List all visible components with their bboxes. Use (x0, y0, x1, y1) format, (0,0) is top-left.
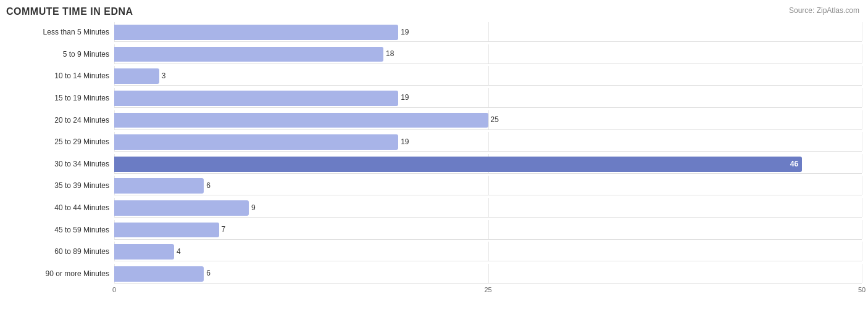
bar-row: 25 to 29 Minutes19 (6, 132, 862, 152)
x-axis-tick: 0 (112, 286, 116, 293)
bar-fill (114, 134, 398, 150)
x-axis-tick: 50 (858, 286, 866, 293)
bar-label: 5 to 9 Minutes (6, 50, 114, 59)
grid-line (862, 110, 862, 129)
bar-row: 45 to 59 Minutes7 (6, 220, 862, 240)
bar-label: Less than 5 Minutes (6, 28, 114, 36)
bar-fill (114, 200, 249, 216)
bar-fill (114, 47, 383, 62)
grid-line (862, 44, 862, 63)
bar-label: 20 to 24 Minutes (6, 116, 114, 125)
source-label: Source: ZipAtlas.com (789, 6, 859, 15)
grid-line (488, 132, 489, 151)
bar-row: 30 to 34 Minutes46 (6, 154, 862, 174)
grid-line (488, 22, 489, 41)
grid-line (488, 242, 489, 261)
bar-row: 60 to 89 Minutes4 (6, 242, 862, 261)
grid-line (862, 198, 862, 217)
bar-row: 35 to 39 Minutes6 (6, 176, 862, 195)
grid-line (488, 110, 489, 129)
bar-value: 6 (206, 181, 211, 190)
grid-line (488, 220, 489, 239)
grid-line (862, 66, 862, 85)
grid-line (862, 132, 862, 151)
bar-fill (114, 244, 174, 260)
bar-row: 10 to 14 Minutes3 (6, 66, 862, 86)
grid-line (488, 176, 489, 195)
bar-row: 15 to 19 Minutes19 (6, 88, 862, 108)
x-axis-tick: 25 (484, 286, 491, 293)
bar-fill (114, 91, 398, 106)
bars-section: Less than 5 Minutes195 to 9 Minutes1810 … (6, 22, 862, 284)
bar-label: 15 to 19 Minutes (6, 94, 114, 102)
bar-label: 30 to 34 Minutes (6, 160, 114, 168)
bar-fill (114, 178, 204, 194)
grid-line (488, 264, 489, 283)
grid-line (488, 88, 489, 107)
grid-line (862, 176, 862, 195)
x-axis: 02550 (114, 284, 862, 296)
chart-area: Less than 5 Minutes195 to 9 Minutes1810 … (6, 22, 862, 296)
bar-value: 9 (251, 203, 256, 212)
bar-fill (114, 113, 488, 128)
grid-line (862, 22, 862, 41)
bar-row: 5 to 9 Minutes18 (6, 44, 862, 64)
bar-value: 4 (177, 247, 181, 256)
bar-value: 6 (206, 269, 211, 277)
bar-fill: 46 (114, 157, 802, 172)
bar-value: 3 (162, 72, 166, 80)
bar-label: 45 to 59 Minutes (6, 226, 114, 234)
grid-line (862, 264, 862, 283)
bar-row: 20 to 24 Minutes25 (6, 110, 862, 130)
grid-line (862, 220, 862, 239)
bar-value: 19 (401, 137, 409, 146)
bar-value: 19 (401, 93, 409, 102)
bar-fill (114, 223, 219, 238)
bar-label: 90 or more Minutes (6, 269, 114, 278)
grid-line (488, 66, 489, 85)
bar-label: 40 to 44 Minutes (6, 203, 114, 212)
bar-fill (114, 68, 159, 84)
bar-label: 10 to 14 Minutes (6, 72, 114, 80)
bar-row: 40 to 44 Minutes9 (6, 198, 862, 218)
bar-label: 25 to 29 Minutes (6, 137, 114, 146)
bar-value: 46 (790, 160, 798, 168)
chart-title: COMMUTE TIME IN EDNA (6, 6, 862, 17)
bar-row: 90 or more Minutes6 (6, 264, 862, 284)
grid-line (488, 44, 489, 63)
bar-value: 19 (401, 28, 409, 36)
bar-value: 25 (491, 115, 499, 124)
bar-fill (114, 25, 398, 40)
bar-value: 18 (386, 49, 394, 58)
bar-label: 60 to 89 Minutes (6, 247, 114, 256)
bar-value: 7 (222, 225, 226, 234)
grid-line (862, 88, 862, 107)
bar-fill (114, 266, 204, 282)
bar-row: Less than 5 Minutes19 (6, 22, 862, 42)
grid-line (488, 198, 489, 217)
grid-line (862, 242, 862, 261)
bar-label: 35 to 39 Minutes (6, 181, 114, 190)
chart-container: COMMUTE TIME IN EDNA Source: ZipAtlas.co… (0, 0, 868, 323)
grid-line (862, 154, 862, 173)
